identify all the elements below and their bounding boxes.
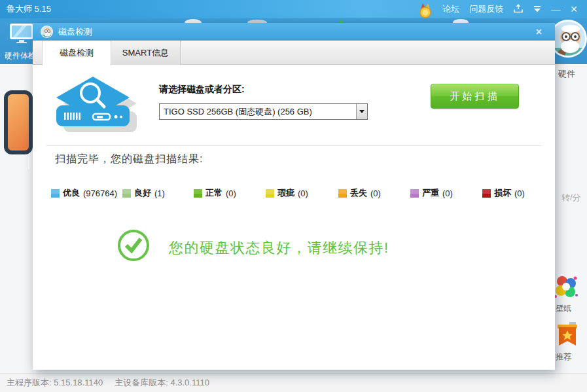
app-window: 硬件体检 硬件 转/分	[0, 0, 587, 392]
monitor-icon	[9, 23, 34, 46]
select-disk-label: 请选择磁盘或者分区:	[159, 84, 245, 96]
legend-name: 损坏	[494, 187, 511, 199]
legend-item-flawed: 瑕疵 (0)	[266, 187, 308, 199]
phone-image-fragment	[4, 90, 33, 154]
severe-color-swatch	[410, 189, 419, 198]
disk-detection-dialog: 磁盘检测 × 磁盘检测 SMART信息	[33, 23, 555, 370]
device-db-version-text: 主设备库版本: 4.3.0.1110	[115, 377, 209, 389]
excellent-color-swatch	[51, 189, 60, 198]
scan-result-heading: 扫描完毕，您的磁盘扫描结果:	[55, 152, 203, 166]
legend-count: (0)	[298, 188, 308, 198]
phone-cable-fragment	[28, 157, 29, 169]
legend-count: (1)	[154, 188, 165, 198]
titlebar-actions: 论坛 问题反馈 — ✕	[418, 0, 587, 21]
legend-name: 瑕疵	[277, 187, 294, 199]
damaged-color-swatch	[482, 189, 491, 198]
normal-color-swatch	[194, 189, 202, 198]
close-button[interactable]: ✕	[570, 0, 578, 18]
good-color-swatch	[122, 189, 131, 198]
legend-count: (0)	[442, 188, 453, 198]
app-title: 鲁大师 5.15	[7, 3, 51, 15]
window-titlebar: 鲁大师 5.15 论坛 问题反馈	[0, 0, 587, 18]
tab-disk-detection[interactable]: 磁盘检测	[42, 41, 111, 65]
statusbar: 主程序版本: 5.15.18.1140 主设备库版本: 4.3.0.1110	[0, 373, 587, 392]
dialog-content: 请选择磁盘或者分区: TIGO SSD 256GB (固态硬盘) (256 GB…	[33, 65, 555, 369]
legend-item-normal: 正常 (0)	[194, 187, 236, 199]
legend-name: 丢失	[350, 187, 367, 199]
recommend-label[interactable]: 推荐	[556, 351, 571, 363]
legend-name: 良好	[134, 187, 151, 199]
feedback-link[interactable]: 问题反馈	[469, 3, 503, 15]
lost-color-swatch	[338, 189, 347, 198]
section-divider	[46, 145, 542, 146]
dialog-close-icon[interactable]: ×	[536, 26, 542, 38]
legend-count: (0)	[226, 188, 236, 198]
right-rail-rpm-text: 转/分	[561, 192, 581, 204]
legend-item-excellent: 优良 (976764)	[51, 187, 117, 199]
legend-item-damaged: 损坏 (0)	[482, 187, 525, 199]
check-circle-icon	[118, 230, 149, 261]
medal-icon[interactable]	[418, 3, 433, 21]
menu-caret-icon[interactable]	[533, 5, 541, 14]
wallpaper-label[interactable]: 壁纸	[556, 303, 571, 314]
dialog-titlebar: 磁盘检测 ×	[33, 23, 555, 41]
right-rail-hardware-text: 硬件	[558, 68, 575, 80]
nav-tab-hardware-label: 硬件体检	[5, 50, 35, 62]
start-scan-button[interactable]: 开始扫描	[431, 84, 519, 109]
dialog-mascot-icon	[41, 26, 53, 38]
dropdown-arrow-button[interactable]	[356, 104, 367, 119]
update-icon[interactable]	[513, 4, 524, 15]
chevron-down-icon	[359, 110, 365, 113]
disk-magnifier-icon	[54, 75, 139, 143]
legend-name: 正常	[205, 187, 222, 199]
legend-count: (976764)	[83, 188, 117, 198]
legend-item-good: 良好 (1)	[122, 187, 165, 199]
success-message: 您的硬盘状态良好，请继续保持!	[169, 238, 389, 258]
legend-name: 严重	[422, 187, 439, 199]
recommend-flag-icon[interactable]	[556, 322, 578, 352]
dialog-title: 磁盘检测	[58, 26, 92, 38]
disk-select-value: TIGO SSD 256GB (固态硬盘) (256 GB)	[160, 104, 356, 119]
legend-item-severe: 严重 (0)	[410, 187, 453, 199]
disk-select-dropdown[interactable]: TIGO SSD 256GB (固态硬盘) (256 GB)	[159, 103, 368, 120]
legend-count: (0)	[514, 188, 525, 198]
wallpaper-icon[interactable]	[553, 275, 579, 304]
flawed-color-swatch	[266, 189, 274, 198]
program-version-text: 主程序版本: 5.15.18.1140	[7, 377, 103, 389]
tab-smart-info[interactable]: SMART信息	[111, 41, 181, 65]
legend-count: (0)	[370, 188, 381, 198]
minimize-button[interactable]: —	[551, 0, 560, 18]
forum-link[interactable]: 论坛	[442, 3, 459, 15]
legend-name: 优良	[63, 187, 80, 199]
legend-item-lost: 丢失 (0)	[338, 187, 381, 199]
dialog-tabstrip: 磁盘检测 SMART信息	[33, 41, 555, 65]
mascot-illustration	[551, 22, 587, 58]
